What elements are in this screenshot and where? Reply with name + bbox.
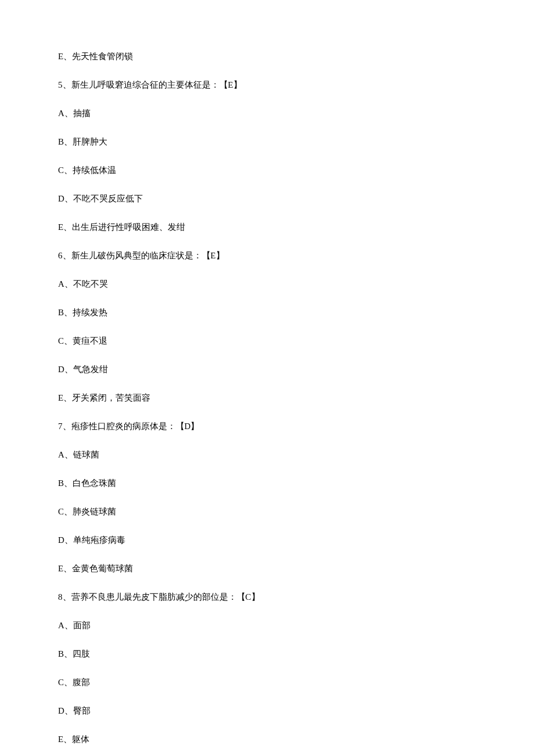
option-line: E、金黄色葡萄球菌 — [58, 564, 476, 573]
option-line: D、气急发绀 — [58, 365, 476, 374]
option-line: A、不吃不哭 — [58, 280, 476, 289]
question-line: 7、疱疹性口腔炎的病原体是：【D】 — [58, 422, 476, 431]
option-line: B、四肢 — [58, 650, 476, 658]
question-line: 8、营养不良患儿最先皮下脂肪减少的部位是：【C】 — [58, 593, 476, 602]
question-line: 6、新生儿破伤风典型的临床症状是：【E】 — [58, 251, 476, 260]
option-line: A、链球菌 — [58, 451, 476, 459]
question-line: 5、新生儿呼吸窘迫综合征的主要体征是：【E】 — [58, 81, 476, 89]
option-line: E、先天性食管闭锁 — [58, 52, 476, 61]
option-line: B、白色念珠菌 — [58, 479, 476, 488]
option-line: B、肝脾肿大 — [58, 138, 476, 146]
option-line: E、躯体 — [58, 735, 476, 744]
option-line: D、不吃不哭反应低下 — [58, 195, 476, 203]
option-line: D、单纯疱疹病毒 — [58, 536, 476, 545]
option-line: C、肺炎链球菌 — [58, 507, 476, 516]
option-line: C、持续低体温 — [58, 166, 476, 175]
option-line: A、抽搐 — [58, 109, 476, 118]
option-line: E、牙关紧闭，苦笑面容 — [58, 394, 476, 402]
option-line: C、黄疸不退 — [58, 337, 476, 345]
option-line: C、腹部 — [58, 678, 476, 687]
option-line: B、持续发热 — [58, 308, 476, 317]
option-line: A、面部 — [58, 621, 476, 630]
option-line: D、臀部 — [58, 707, 476, 715]
option-line: E、出生后进行性呼吸困难、发绀 — [58, 223, 476, 232]
